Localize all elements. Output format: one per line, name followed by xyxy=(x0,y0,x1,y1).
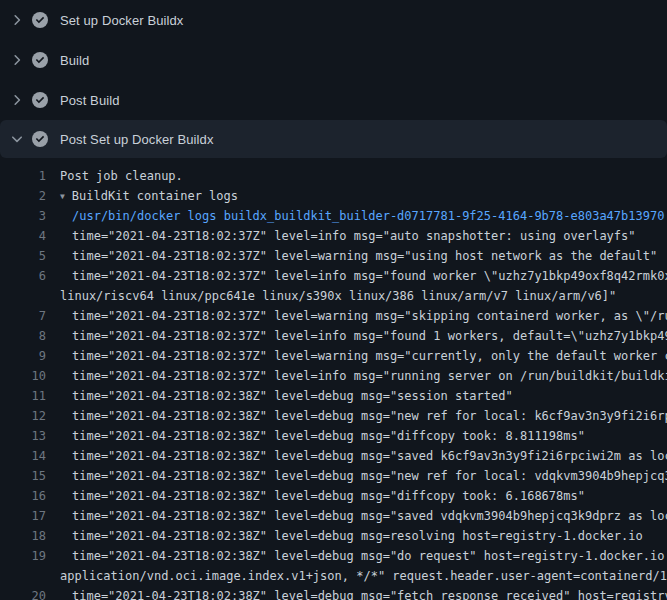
log-line: 18time="2021-04-23T18:02:38Z" level=debu… xyxy=(0,526,667,546)
step-row-set-up-docker-buildx[interactable]: Set up Docker Buildx xyxy=(0,0,667,40)
log-line: 20time="2021-04-23T18:02:38Z" level=debu… xyxy=(0,586,667,600)
log-text: linux/riscv64 linux/ppc641e linux/s390x … xyxy=(60,289,616,303)
chevron-right-icon xyxy=(10,93,24,107)
log-text: time="2021-04-23T18:02:37Z" level=info m… xyxy=(60,269,667,283)
line-number[interactable]: 2 xyxy=(0,186,60,206)
chevron-right-icon xyxy=(10,13,24,27)
log-container: 1Post job cleanup.2▼BuildKit container l… xyxy=(0,158,667,600)
log-text: Post job cleanup. xyxy=(60,169,183,183)
log-line: 14time="2021-04-23T18:02:38Z" level=debu… xyxy=(0,446,667,466)
log-text: time="2021-04-23T18:02:38Z" level=debug … xyxy=(60,409,667,423)
line-number[interactable]: 10 xyxy=(0,366,60,386)
log-text: time="2021-04-23T18:02:37Z" level=info m… xyxy=(60,229,636,243)
line-number[interactable]: 1 xyxy=(0,166,60,186)
chevron-right-icon xyxy=(10,53,24,67)
step-row-post-set-up-docker-buildx[interactable]: Post Set up Docker Buildx xyxy=(0,120,667,158)
log-line: 6time="2021-04-23T18:02:37Z" level=info … xyxy=(0,266,667,286)
line-number[interactable]: 3 xyxy=(0,206,60,226)
group-toggle-triangle-icon[interactable]: ▼ xyxy=(60,187,65,206)
log-text: time="2021-04-23T18:02:38Z" level=debug … xyxy=(60,449,667,463)
log-line: 12time="2021-04-23T18:02:38Z" level=debu… xyxy=(0,406,667,426)
log-text: time="2021-04-23T18:02:38Z" level=debug … xyxy=(60,489,585,503)
check-circle-icon xyxy=(32,12,48,28)
log-text: time="2021-04-23T18:02:37Z" level=warnin… xyxy=(60,249,657,263)
step-label: Post Build xyxy=(60,93,120,108)
line-number[interactable]: 17 xyxy=(0,506,60,526)
line-number[interactable]: 15 xyxy=(0,466,60,486)
log-line: application/vnd.oci.image.index.v1+json,… xyxy=(0,566,667,586)
step-row-post-build[interactable]: Post Build xyxy=(0,80,667,120)
line-number[interactable]: 18 xyxy=(0,526,60,546)
line-number[interactable]: 14 xyxy=(0,446,60,466)
log-line: 5time="2021-04-23T18:02:37Z" level=warni… xyxy=(0,246,667,266)
step-row-build[interactable]: Build xyxy=(0,40,667,80)
line-number[interactable]: 9 xyxy=(0,346,60,366)
workflow-log-viewer: Set up Docker BuildxBuildPost BuildPost … xyxy=(0,0,667,600)
line-number[interactable]: 19 xyxy=(0,546,60,566)
line-number[interactable]: 8 xyxy=(0,326,60,346)
log-text: ▼BuildKit container logs xyxy=(60,189,238,203)
log-text: time="2021-04-23T18:02:38Z" level=debug … xyxy=(60,389,513,403)
line-number[interactable]: 12 xyxy=(0,406,60,426)
log-text: time="2021-04-23T18:02:38Z" level=debug … xyxy=(60,509,667,523)
log-line: 1Post job cleanup. xyxy=(0,166,667,186)
log-line: 16time="2021-04-23T18:02:38Z" level=debu… xyxy=(0,486,667,506)
log-text: time="2021-04-23T18:02:38Z" level=debug … xyxy=(60,529,643,543)
log-line: 17time="2021-04-23T18:02:38Z" level=debu… xyxy=(0,506,667,526)
log-line: 2▼BuildKit container logs xyxy=(0,186,667,206)
check-circle-icon xyxy=(32,52,48,68)
line-number[interactable]: 11 xyxy=(0,386,60,406)
log-line: 8time="2021-04-23T18:02:37Z" level=info … xyxy=(0,326,667,346)
log-line: 10time="2021-04-23T18:02:37Z" level=info… xyxy=(0,366,667,386)
log-line: 4time="2021-04-23T18:02:37Z" level=info … xyxy=(0,226,667,246)
chevron-down-icon xyxy=(10,132,24,146)
log-text: time="2021-04-23T18:02:38Z" level=debug … xyxy=(60,469,667,483)
log-text: application/vnd.oci.image.index.v1+json,… xyxy=(60,569,667,583)
line-number[interactable]: 6 xyxy=(0,266,60,286)
log-text: time="2021-04-23T18:02:38Z" level=debug … xyxy=(60,549,667,563)
line-number[interactable]: 7 xyxy=(0,306,60,326)
line-number[interactable]: 16 xyxy=(0,486,60,506)
step-label: Set up Docker Buildx xyxy=(60,13,183,28)
log-line: 11time="2021-04-23T18:02:38Z" level=debu… xyxy=(0,386,667,406)
log-line: 19time="2021-04-23T18:02:38Z" level=debu… xyxy=(0,546,667,566)
check-circle-icon xyxy=(32,92,48,108)
log-line: 15time="2021-04-23T18:02:38Z" level=debu… xyxy=(0,466,667,486)
check-circle-icon xyxy=(32,131,48,147)
line-number[interactable]: 20 xyxy=(0,586,60,600)
step-list: Set up Docker BuildxBuildPost BuildPost … xyxy=(0,0,667,158)
log-line: linux/riscv64 linux/ppc641e linux/s390x … xyxy=(0,286,667,306)
log-text: time="2021-04-23T18:02:37Z" level=warnin… xyxy=(60,309,667,323)
line-number[interactable]: 4 xyxy=(0,226,60,246)
log-line: 3/usr/bin/docker logs buildx_buildkit_bu… xyxy=(0,206,667,226)
step-label: Build xyxy=(60,53,89,68)
log-text: time="2021-04-23T18:02:38Z" level=debug … xyxy=(60,589,667,600)
log-text: time="2021-04-23T18:02:37Z" level=info m… xyxy=(60,329,667,343)
line-number[interactable]: 13 xyxy=(0,426,60,446)
line-number[interactable]: 5 xyxy=(0,246,60,266)
step-label: Post Set up Docker Buildx xyxy=(60,132,214,147)
command-text: /usr/bin/docker logs buildx_buildkit_bui… xyxy=(60,209,664,223)
log-line: 13time="2021-04-23T18:02:38Z" level=debu… xyxy=(0,426,667,446)
log-text: time="2021-04-23T18:02:37Z" level=info m… xyxy=(60,369,667,383)
log-text: time="2021-04-23T18:02:37Z" level=warnin… xyxy=(60,349,667,363)
log-line: 7time="2021-04-23T18:02:37Z" level=warni… xyxy=(0,306,667,326)
log-text: time="2021-04-23T18:02:38Z" level=debug … xyxy=(60,429,585,443)
log-line: 9time="2021-04-23T18:02:37Z" level=warni… xyxy=(0,346,667,366)
